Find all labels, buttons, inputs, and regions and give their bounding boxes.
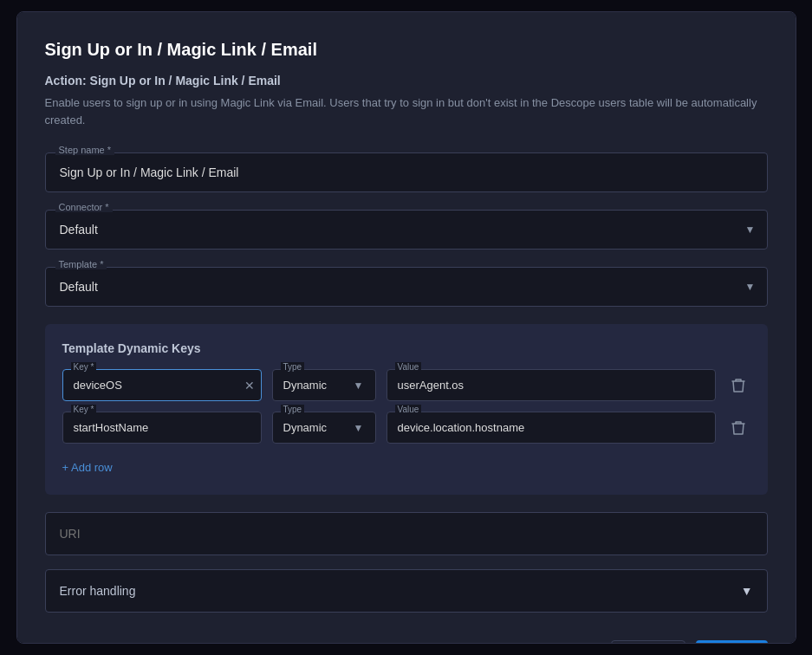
dynamic-key-row-0: Key * ✕ Type Dynamic Static Reference ▼ <box>62 369 750 401</box>
key-field-1: Key * <box>62 412 262 444</box>
error-handling-chevron-icon: ▼ <box>741 584 753 598</box>
key-clear-button-0[interactable]: ✕ <box>244 379 255 392</box>
type-field-1: Type Dynamic Static Reference ▼ <box>272 412 376 444</box>
trash-icon-0 <box>731 378 745 393</box>
connector-label: Connector * <box>55 202 113 212</box>
value-input-1[interactable] <box>387 412 716 444</box>
error-handling-section[interactable]: Error handling ▼ <box>45 569 768 613</box>
modal-overlay: Sign Up or In / Magic Link / Email Actio… <box>0 0 812 655</box>
delete-row-button-1[interactable] <box>726 416 750 440</box>
template-select[interactable]: Default <box>45 267 768 307</box>
template-label: Template * <box>55 259 107 269</box>
type-select-wrapper-1: Dynamic Static Reference ▼ <box>272 412 376 444</box>
connector-select[interactable]: Default <box>45 210 768 250</box>
connector-field: Connector * Default ▼ <box>45 210 768 250</box>
modal-footer: Cancel Done <box>45 640 768 644</box>
type-label-0: Type <box>281 362 305 372</box>
uri-input[interactable] <box>45 512 768 555</box>
modal-title: Sign Up or In / Magic Link / Email <box>45 40 768 60</box>
value-label-0: Value <box>395 362 422 372</box>
type-select-wrapper-0: Dynamic Static Reference ▼ <box>272 369 376 401</box>
value-label-1: Value <box>395 405 422 414</box>
error-handling-label: Error handling <box>60 584 136 598</box>
value-field-1: Value <box>387 412 716 444</box>
action-label: Action: Sign Up or In / Magic Link / Ema… <box>45 74 768 88</box>
connector-select-wrapper: Default ▼ <box>45 210 768 250</box>
delete-row-button-0[interactable] <box>726 373 750 398</box>
modal-container: Sign Up or In / Magic Link / Email Actio… <box>16 11 796 644</box>
key-input-1[interactable] <box>62 412 262 444</box>
step-name-input[interactable] <box>45 152 768 192</box>
key-field-0: Key * ✕ <box>62 369 262 401</box>
dynamic-key-row-1: Key * Type Dynamic Static Reference ▼ <box>62 412 750 444</box>
done-button[interactable]: Done <box>696 640 768 644</box>
key-input-0[interactable] <box>62 369 262 401</box>
template-field: Template * Default ▼ <box>45 267 768 307</box>
template-dynamic-keys-section: Template Dynamic Keys Key * ✕ Type Dynam… <box>45 324 768 495</box>
value-input-0[interactable] <box>387 369 716 401</box>
uri-section <box>45 512 768 555</box>
value-field-0: Value <box>387 369 716 401</box>
step-name-field: Step name * <box>45 152 768 192</box>
template-select-wrapper: Default ▼ <box>45 267 768 307</box>
step-name-label: Step name * <box>55 145 115 155</box>
cancel-button[interactable]: Cancel <box>611 640 685 644</box>
modal-description: Enable users to sign up or in using Magi… <box>45 94 768 128</box>
type-select-1[interactable]: Dynamic Static Reference <box>272 412 376 444</box>
type-select-0[interactable]: Dynamic Static Reference <box>272 369 376 401</box>
key-label-1: Key * <box>71 405 97 414</box>
type-field-0: Type Dynamic Static Reference ▼ <box>272 369 376 401</box>
template-dynamic-keys-title: Template Dynamic Keys <box>62 341 750 355</box>
key-label-0: Key * <box>71 362 97 372</box>
type-label-1: Type <box>281 405 305 414</box>
add-row-button[interactable]: + Add row <box>62 457 113 477</box>
trash-icon-1 <box>731 420 745 436</box>
